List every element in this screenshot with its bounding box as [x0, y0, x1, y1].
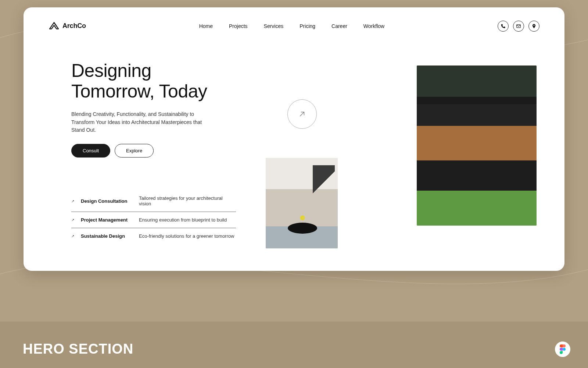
nav-item-workflow[interactable]: Workflow — [363, 23, 384, 29]
nav-item-career[interactable]: Career — [331, 23, 347, 29]
figma-badge — [555, 342, 570, 357]
header-icons — [498, 21, 539, 32]
service-title: Design Consultation — [81, 198, 136, 204]
arrow-icon: ↗ — [71, 234, 78, 238]
mail-button[interactable] — [513, 21, 524, 32]
hero-title-line2: Tomorrow, Today — [71, 81, 207, 102]
nav-item-projects[interactable]: Projects — [229, 23, 248, 29]
header: ArchCo Home Projects Services Pricing Ca… — [24, 7, 564, 35]
arrow-icon: ↗ — [71, 218, 78, 222]
service-item-design-consultation[interactable]: ↗ Design Consultation Tailored strategie… — [71, 190, 236, 212]
consult-button[interactable]: Consult — [71, 144, 110, 158]
service-item-project-management[interactable]: ↗ Project Management Ensuring execution … — [71, 212, 236, 228]
nav-item-pricing[interactable]: Pricing — [300, 23, 315, 29]
arrow-up-right-icon — [298, 110, 306, 118]
service-desc: Tailored strategies for your architectur… — [139, 195, 236, 206]
phone-icon — [501, 24, 506, 29]
mail-icon — [516, 24, 521, 29]
service-title: Sustainable Design — [81, 233, 136, 239]
hero-text-block: Designing Tomorrow, Today Blending Creat… — [71, 60, 240, 158]
hero-card: ArchCo Home Projects Services Pricing Ca… — [24, 7, 564, 271]
figma-icon — [559, 344, 566, 354]
service-title: Project Management — [81, 217, 136, 223]
arrow-circle-button[interactable] — [287, 99, 317, 129]
logo-icon — [49, 22, 60, 31]
location-icon — [531, 24, 537, 29]
nav-item-services[interactable]: Services — [264, 23, 284, 29]
service-desc: Eco-friendly solutions for a greener tom… — [139, 233, 236, 239]
service-desc: Ensuring execution from blueprint to bui… — [139, 217, 236, 223]
logo-text: ArchCo — [62, 22, 86, 30]
logo[interactable]: ArchCo — [49, 22, 86, 31]
services-list: ↗ Design Consultation Tailored strategie… — [71, 190, 236, 244]
svg-point-1 — [563, 348, 566, 351]
hero-buttons: Consult Explore — [71, 144, 240, 158]
banner-title: HERO SECTION — [23, 341, 133, 357]
location-button[interactable] — [528, 21, 539, 32]
service-item-sustainable-design[interactable]: ↗ Sustainable Design Eco-friendly soluti… — [71, 228, 236, 244]
bottom-banner: HERO SECTION — [0, 322, 588, 368]
hero-subhead: Blending Creativity, Functionality, and … — [71, 110, 211, 134]
hero-image-large — [417, 66, 537, 226]
hero-image-small — [266, 158, 338, 248]
arrow-icon: ↗ — [71, 199, 78, 203]
phone-button[interactable] — [498, 21, 509, 32]
main-nav: Home Projects Services Pricing Career Wo… — [86, 23, 498, 29]
nav-item-home[interactable]: Home — [199, 23, 213, 29]
explore-button[interactable]: Explore — [115, 144, 154, 158]
hero-title-line1: Designing — [71, 60, 151, 81]
hero-title: Designing Tomorrow, Today — [71, 60, 240, 102]
